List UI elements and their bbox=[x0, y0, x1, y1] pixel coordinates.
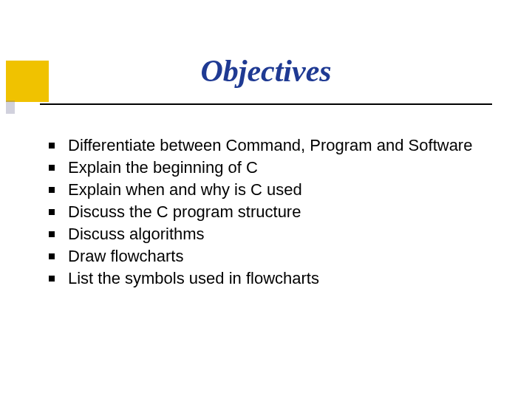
list-item-text: Draw flowcharts bbox=[68, 247, 183, 265]
list-item: Explain the beginning of C bbox=[44, 157, 510, 179]
list-item: Differentiate between Command, Program a… bbox=[44, 134, 510, 157]
list-item-text: Explain the beginning of C bbox=[68, 158, 258, 177]
content-area: Differentiate between Command, Program a… bbox=[44, 134, 510, 290]
list-item-text: List the symbols used in flowcharts bbox=[68, 269, 319, 287]
list-item: List the symbols used in flowcharts bbox=[44, 267, 510, 290]
square-bullet-icon bbox=[49, 276, 55, 282]
list-item-text: Discuss algorithms bbox=[68, 225, 205, 243]
square-bullet-icon bbox=[49, 253, 55, 259]
list-item: Explain when and why is C used bbox=[44, 179, 510, 201]
list-item-text: Differentiate between Command, Program a… bbox=[68, 136, 472, 154]
square-bullet-icon bbox=[49, 165, 55, 171]
accent-block-small bbox=[6, 100, 15, 114]
list-item: Discuss algorithms bbox=[44, 223, 510, 245]
square-bullet-icon bbox=[49, 231, 55, 237]
square-bullet-icon bbox=[49, 143, 55, 149]
bullet-list: Differentiate between Command, Program a… bbox=[44, 134, 510, 290]
title-underline bbox=[40, 103, 492, 105]
square-bullet-icon bbox=[49, 209, 55, 215]
list-item: Draw flowcharts bbox=[44, 245, 510, 267]
slide-title: Objectives bbox=[0, 53, 532, 89]
list-item: Discuss the C program structure bbox=[44, 201, 510, 223]
list-item-text: Explain when and why is C used bbox=[68, 180, 302, 199]
square-bullet-icon bbox=[49, 187, 55, 193]
list-item-text: Discuss the C program structure bbox=[68, 202, 301, 221]
